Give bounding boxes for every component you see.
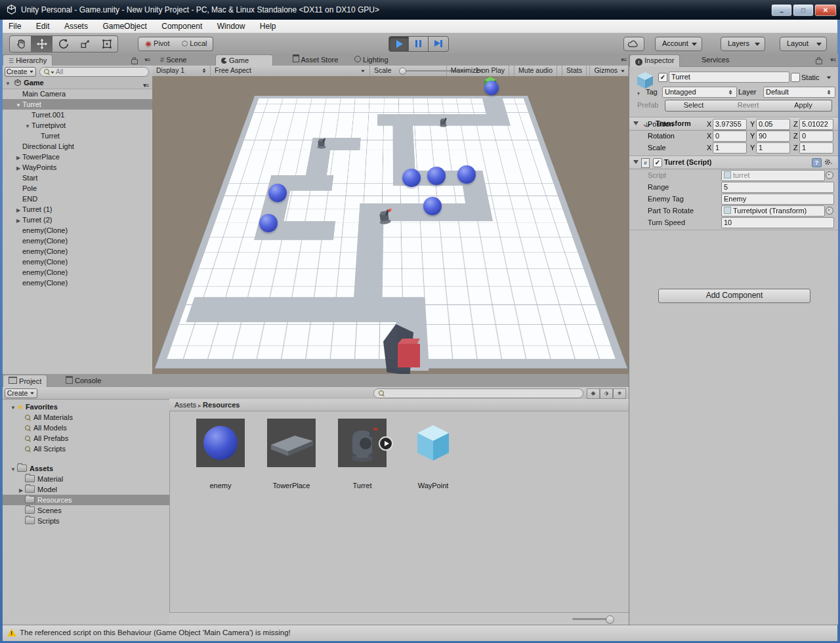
- rect-tool-button[interactable]: [96, 35, 118, 52]
- tab-lighting[interactable]: Lighting: [349, 54, 394, 66]
- hierarchy-item-enemy-clone[interactable]: enemy(Clone): [3, 236, 152, 246]
- step-button[interactable]: [428, 36, 449, 52]
- hierarchy-item-start[interactable]: Start: [3, 173, 152, 183]
- cloud-services-button[interactable]: [623, 37, 644, 51]
- scene-row-game[interactable]: ▼ Game ▾≡: [3, 77, 152, 89]
- hierarchy-item-pole[interactable]: Pole: [3, 183, 152, 194]
- hierarchy-item-turret-1[interactable]: ▶Turret (1): [3, 204, 152, 215]
- field-part-to-rotate[interactable]: Turretpivot (Transform): [721, 205, 825, 217]
- add-component-button[interactable]: Add Component: [658, 289, 810, 303]
- layout-dropdown[interactable]: Layout: [780, 37, 827, 51]
- scale-slider-knob[interactable]: [399, 68, 406, 75]
- menu-assets[interactable]: Assets: [58, 20, 94, 33]
- tab-project[interactable]: Project: [3, 375, 47, 388]
- slider-knob[interactable]: [606, 615, 614, 624]
- menu-window[interactable]: Window: [211, 20, 251, 33]
- tab-services[interactable]: Services: [696, 54, 734, 66]
- hierarchy-item-turret-2[interactable]: ▶Turret (2): [3, 215, 152, 225]
- asset-preview-play-icon[interactable]: [379, 436, 393, 451]
- hierarchy-item-enemy-clone[interactable]: enemy(Clone): [3, 225, 152, 236]
- hierarchy-item-waypoints[interactable]: ▶WayPoints: [3, 162, 152, 173]
- component-enabled-checkbox[interactable]: ✓: [653, 158, 662, 167]
- active-checkbox[interactable]: ✓: [658, 73, 667, 82]
- mute-audio-toggle[interactable]: Mute audio: [514, 66, 557, 76]
- fold-arrow[interactable]: [633, 121, 639, 125]
- hierarchy-item-directional-light[interactable]: Directional Light: [3, 141, 152, 152]
- game-viewport[interactable]: [152, 76, 629, 374]
- scale-tool-button[interactable]: [74, 35, 96, 52]
- menu-edit[interactable]: Edit: [30, 20, 56, 33]
- account-dropdown[interactable]: Account: [655, 37, 702, 51]
- hierarchy-item-end[interactable]: END: [3, 194, 152, 204]
- maximize-button[interactable]: □: [793, 4, 814, 16]
- breadcrumb-current[interactable]: Resources: [203, 401, 240, 409]
- scale-y-field[interactable]: 1: [756, 142, 790, 154]
- tab-hierarchy[interactable]: ☰ Hierarchy: [3, 54, 52, 66]
- tree-folder-model[interactable]: ▶Model: [3, 484, 169, 495]
- hierarchy-item-enemy-clone[interactable]: enemy(Clone): [3, 246, 152, 257]
- field-enemy-tag[interactable]: Enemy: [721, 194, 834, 205]
- panel-menu-icon[interactable]: ▾≡: [144, 56, 150, 63]
- move-tool-button[interactable]: [31, 35, 53, 52]
- status-bar[interactable]: The referenced script on this Behaviour …: [3, 625, 837, 641]
- pivot-toggle-button[interactable]: ◉ Pivot: [138, 37, 177, 51]
- breadcrumb-root[interactable]: Assets: [175, 401, 196, 409]
- panel-menu-icon[interactable]: ▾≡: [621, 56, 626, 63]
- stats-toggle[interactable]: Stats: [562, 66, 587, 76]
- fold-arrow[interactable]: [633, 160, 639, 164]
- search-by-type-button[interactable]: ◆: [587, 388, 600, 399]
- hierarchy-item-turret-001[interactable]: Turret.001: [3, 110, 152, 120]
- tree-folder-scripts[interactable]: Scripts: [3, 516, 169, 526]
- hand-tool-button[interactable]: [9, 35, 32, 52]
- static-caret[interactable]: [827, 77, 831, 79]
- asset-thumbnail[interactable]: [196, 419, 245, 467]
- rotation-x-field[interactable]: 0: [713, 131, 747, 142]
- minimize-button[interactable]: –: [771, 4, 792, 16]
- gear-icon[interactable]: [824, 158, 833, 166]
- menu-component[interactable]: Component: [156, 20, 208, 33]
- hierarchy-item-main-camera[interactable]: Main Camera: [3, 89, 152, 99]
- preview-caret[interactable]: ▾: [637, 91, 640, 96]
- tree-assets[interactable]: ▼Assets: [3, 463, 169, 474]
- turret-script-header[interactable]: # ✓ Turret (Script) ?: [629, 156, 838, 169]
- position-z-field[interactable]: 5.01022: [799, 119, 833, 130]
- help-icon[interactable]: ?: [812, 158, 822, 167]
- field-range[interactable]: 5: [721, 182, 834, 193]
- object-picker-icon[interactable]: [826, 171, 833, 179]
- position-x-field[interactable]: 3.97355: [713, 119, 747, 130]
- project-search-input[interactable]: [373, 388, 583, 398]
- layers-dropdown[interactable]: Layers: [721, 37, 765, 51]
- favorites-filter-button[interactable]: ★: [613, 388, 626, 399]
- close-button[interactable]: ✕: [814, 4, 837, 16]
- hierarchy-create-button[interactable]: Create: [5, 67, 36, 77]
- menu-file[interactable]: File: [3, 20, 27, 33]
- tree-folder-scenes[interactable]: Scenes: [3, 505, 169, 516]
- static-checkbox[interactable]: [791, 73, 800, 82]
- prefab-select-button[interactable]: Select: [665, 100, 723, 112]
- asset-thumbnail[interactable]: [267, 419, 316, 467]
- rotation-y-field[interactable]: 90: [756, 131, 790, 142]
- position-y-field[interactable]: 0.05: [756, 119, 790, 130]
- display-dropdown[interactable]: Display 1: [152, 66, 211, 76]
- tree-item-all-scripts[interactable]: All Scripts: [3, 444, 169, 454]
- lock-icon[interactable]: [816, 59, 822, 64]
- tab-asset-store[interactable]: Asset Store: [287, 54, 343, 66]
- scale-z-field[interactable]: 1: [799, 142, 833, 154]
- tree-item-all-materials[interactable]: All Materials: [3, 412, 169, 423]
- hierarchy-item-turret[interactable]: Turret: [3, 131, 152, 141]
- tab-inspector[interactable]: i Inspector: [629, 54, 680, 67]
- hierarchy-search-input[interactable]: All: [39, 67, 149, 77]
- gizmos-dropdown[interactable]: Gizmos: [589, 66, 629, 76]
- tab-scene[interactable]: # Scene: [155, 54, 192, 66]
- lock-icon[interactable]: [131, 59, 138, 64]
- menu-gameobject[interactable]: GameObject: [96, 20, 152, 33]
- thumbnail-size-slider[interactable]: [572, 618, 610, 620]
- hierarchy-item-towerplace[interactable]: ▶TowerPlace: [3, 152, 152, 162]
- prefab-apply-button[interactable]: Apply: [775, 100, 832, 112]
- scale-x-field[interactable]: 1: [713, 142, 747, 154]
- local-toggle-button[interactable]: ⬡ Local: [176, 37, 213, 51]
- menu-help[interactable]: Help: [254, 20, 282, 33]
- tree-folder-material[interactable]: Material: [3, 474, 169, 484]
- hierarchy-item-enemy-clone[interactable]: enemy(Clone): [3, 257, 152, 267]
- maximize-on-play-toggle[interactable]: Maximize on Play: [446, 66, 509, 76]
